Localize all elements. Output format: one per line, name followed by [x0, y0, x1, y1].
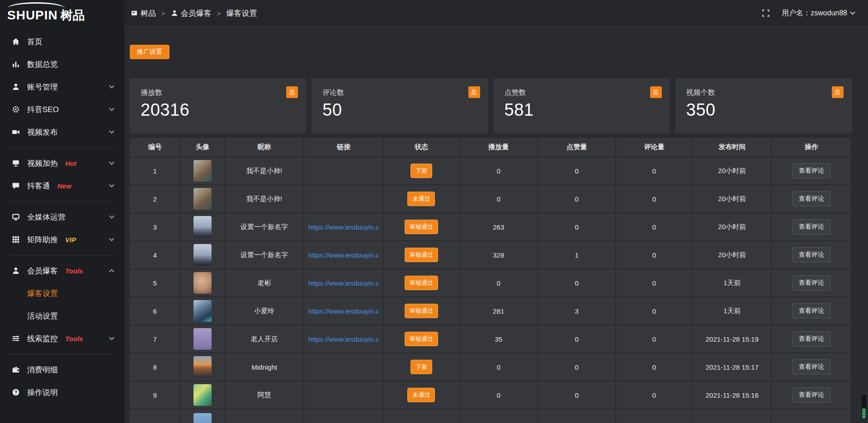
view-comments-button[interactable]: 查看评论: [793, 247, 830, 263]
brand-logo[interactable]: SHUPIN 树品: [0, 0, 124, 27]
breadcrumb-separator: >: [217, 9, 221, 17]
sidebar-item-tag: VIP: [65, 236, 76, 244]
avatar-cell: [181, 409, 225, 423]
sidebar-item-video-heating[interactable]: 视频加热Hot: [0, 152, 124, 174]
status-badge[interactable]: 未通过: [407, 192, 435, 206]
comments-count: 0: [616, 353, 693, 381]
video-link[interactable]: https://www.iesdouyin.c: [308, 307, 379, 315]
sidebar-item-douketong[interactable]: 抖客通New: [0, 174, 124, 197]
action-cell: 查看评论: [772, 185, 851, 213]
likes-count: 0: [538, 185, 616, 213]
action-cell: 查看评论: [772, 269, 851, 297]
total-badge: 总: [468, 86, 480, 98]
comments-count: 0: [616, 157, 693, 185]
avatar-cell: [181, 157, 225, 185]
promo-settings-button[interactable]: 推广设置: [130, 45, 170, 59]
publish-time: 20小时前: [693, 157, 772, 185]
user-icon: [12, 83, 20, 91]
breadcrumb-item-baoke-settings[interactable]: 爆客设置: [226, 8, 257, 19]
chevron-down-icon: [109, 83, 114, 88]
action-cell: 查看评论: [772, 325, 851, 353]
chevron-down-icon: [109, 213, 114, 218]
link-cell: https://www.iesdouyin.c: [304, 213, 384, 241]
link-cell: [304, 381, 384, 409]
link-cell: [304, 353, 384, 381]
username-menu[interactable]: 用户名： zswodun88: [782, 9, 854, 18]
sidebar-item-all-media-operation[interactable]: 全媒体运营: [0, 206, 124, 228]
sidebar-item-data-overview[interactable]: 数据总览: [0, 53, 124, 75]
view-comments-button[interactable]: 查看评论: [793, 303, 830, 319]
avatar: [193, 160, 212, 182]
status-cell: [384, 409, 460, 423]
stat-card-videos-total: 视频个数350总: [675, 78, 852, 133]
column-header: 昵称: [225, 138, 305, 157]
sidebar-item-clue-monitoring[interactable]: 线索监控Tools: [0, 327, 124, 350]
total-badge: 总: [286, 86, 298, 98]
likes-count: 3: [538, 297, 616, 325]
publish-time: 1天前: [693, 297, 772, 325]
sidebar-item-label: 账号管理: [27, 82, 58, 92]
status-badge[interactable]: 审核通过: [405, 276, 438, 290]
sidebar-item-home[interactable]: 首页: [0, 30, 124, 53]
view-comments-button[interactable]: 查看评论: [793, 191, 830, 207]
status-badge[interactable]: 下架: [410, 164, 432, 178]
sidebar-item-member-baoke[interactable]: 会员爆客Tools: [0, 259, 124, 282]
sidebar-subitem-activity-settings[interactable]: 活动设置: [0, 305, 124, 327]
plays-count: 328: [460, 241, 538, 269]
comments-count: 0: [616, 241, 693, 269]
stat-value: 20316: [141, 100, 295, 120]
view-comments-button[interactable]: 查看评论: [793, 219, 830, 235]
status-badge[interactable]: 审核通过: [405, 304, 438, 318]
sidebar-item-label: 首页: [27, 37, 42, 47]
view-comments-button[interactable]: 查看评论: [793, 163, 830, 179]
link-cell: https://www.iesdouyin.c: [304, 269, 384, 297]
sidebar-item-label: 线索监控: [27, 334, 58, 344]
video-link[interactable]: https://www.iesdouyin.c: [308, 251, 379, 259]
sidebar-item-account-management[interactable]: 账号管理: [0, 75, 124, 98]
view-comments-button[interactable]: 查看评论: [793, 387, 830, 403]
sidebar-item-label: 抖音SEO: [27, 104, 59, 115]
sidebar-item-consumption-details[interactable]: 消费明细: [0, 358, 124, 381]
avatar-cell: [181, 185, 225, 213]
view-comments-button[interactable]: 查看评论: [793, 275, 830, 291]
column-header: 编号: [130, 138, 181, 157]
square-icon: [131, 9, 138, 17]
video-link[interactable]: https://www.iesdouyin.c: [308, 223, 379, 231]
status-badge[interactable]: 审核通过: [405, 220, 438, 234]
action-cell: [772, 409, 851, 423]
status-badge[interactable]: 下架: [410, 360, 432, 374]
gear-icon: [12, 105, 20, 113]
sidebar-item-operation-guide[interactable]: ?操作说明: [0, 381, 124, 404]
column-header: 操作: [772, 138, 851, 157]
likes-count: 1: [538, 241, 616, 269]
stat-value: 581: [505, 100, 659, 120]
help-icon: ?: [12, 388, 20, 396]
breadcrumb-item-shupin[interactable]: 树品: [131, 8, 156, 19]
sidebar-item-video-publish[interactable]: 视频发布: [0, 121, 124, 143]
view-comments-button[interactable]: 查看评论: [793, 359, 830, 375]
status-badge[interactable]: 未通过: [407, 388, 435, 402]
breadcrumb-item-member-baoke[interactable]: 会员爆客: [171, 8, 212, 19]
action-cell: 查看评论: [772, 241, 851, 269]
status-badge[interactable]: 审核通过: [405, 332, 438, 346]
status-badge[interactable]: 审核通过: [405, 248, 438, 262]
sidebar-item-label: 全媒体运营: [27, 212, 66, 222]
logo-text-en: SHUPIN: [7, 8, 58, 23]
publish-time: 2021-11-28 15:17: [693, 353, 772, 381]
sidebar-subitem-baoke-settings[interactable]: 爆客设置: [0, 282, 124, 305]
sidebar-item-matrix-boost[interactable]: 矩阵助推VIP: [0, 228, 124, 251]
logo-arc: [7, 2, 65, 9]
sliders-icon: [12, 334, 20, 343]
scrollbar-widget[interactable]: [861, 394, 867, 420]
row-number: 9: [130, 381, 181, 409]
plays-count: 281: [460, 297, 538, 325]
likes-count: 0: [538, 213, 616, 241]
table-row: 8Midnight下架0002021-11-28 15:17查看评论: [130, 353, 852, 381]
video-link[interactable]: https://www.iesdouyin.c: [308, 335, 379, 343]
fullscreen-icon[interactable]: [762, 9, 770, 17]
video-link[interactable]: https://www.iesdouyin.c: [308, 279, 379, 287]
link-cell: [304, 157, 384, 185]
view-comments-button[interactable]: 查看评论: [793, 331, 830, 347]
sidebar-item-douyin-seo[interactable]: 抖音SEO: [0, 98, 124, 121]
avatar-cell: [181, 241, 225, 269]
